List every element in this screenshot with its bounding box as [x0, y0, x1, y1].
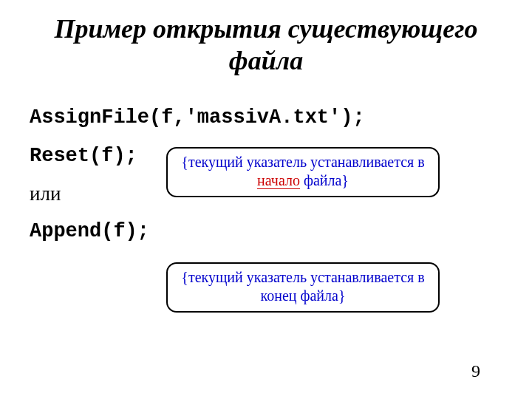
page-number: 9 — [471, 361, 480, 381]
callout-reset-highlight: начало — [257, 172, 300, 189]
code-line-append: Append(f); — [30, 213, 502, 250]
slide: Пример открытия существующего файла Assi… — [0, 0, 532, 399]
callout-reset-comment: {текущий указатель устанавливается в нач… — [166, 147, 440, 197]
slide-title: Пример открытия существующего файла — [30, 13, 502, 77]
callout-reset-prefix: {текущий указатель устанавливается в — [181, 154, 424, 170]
callout-reset-suffix: файла} — [300, 172, 349, 188]
callout-append-comment: {текущий указатель устанавливается в кон… — [166, 262, 440, 313]
code-line-assign: AssignFile(f,'massivA.txt'); — [30, 99, 502, 137]
